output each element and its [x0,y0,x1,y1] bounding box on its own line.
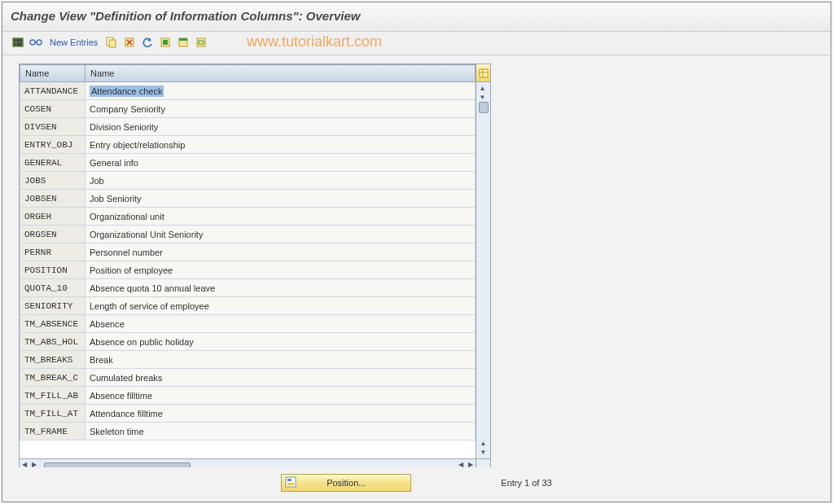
row-code[interactable]: COSEN [20,100,85,118]
scroll-down-icon[interactable]: ▼ [479,93,489,102]
column-header-name-desc[interactable]: Name [85,65,476,82]
content-area: Name Name ATTANDANCEAttendance checkCOSE… [2,55,831,467]
row-desc[interactable]: Skeleton time [85,423,476,440]
row-code[interactable]: DIVSEN [20,118,85,136]
row-desc[interactable]: Length of service of employee [85,297,476,315]
row-code[interactable]: ORGEH [20,208,85,226]
table-row[interactable]: TM_FILL_ATAttendance filltime [20,405,476,423]
row-desc[interactable]: Absence quota 10 annual leave [85,279,476,297]
app-window: Change View "Definition of Information C… [2,2,831,502]
svg-rect-21 [287,483,294,485]
svg-rect-16 [480,69,488,77]
table-row[interactable]: TM_BREAK_CCumulated breaks [20,369,476,387]
row-desc[interactable]: Company Seniority [85,100,476,118]
table-row[interactable]: TM_BREAKSBreak [20,351,476,369]
row-desc[interactable]: Break [85,351,476,369]
row-desc[interactable]: Absence on public holiday [85,333,476,351]
row-code[interactable]: PERNR [20,243,85,261]
horizontal-scrollbar[interactable]: ◀ ▶ ◀ ▶ [19,459,491,467]
row-code[interactable]: ATTANDANCE [20,82,85,100]
row-code[interactable]: SENIORITY [20,297,85,315]
row-code[interactable]: TM_ABSENCE [20,315,85,333]
table-row[interactable]: TM_ABS_HOLAbsence on public holiday [20,333,476,351]
row-desc[interactable]: Position of employee [85,261,476,279]
select-block-icon[interactable] [176,35,191,50]
table-row[interactable]: DIVSENDivision Seniority [20,118,476,136]
watermark: www.tutorialkart.com [247,33,382,50]
scrollbar-corner [476,459,490,467]
entry-counter: Entry 1 of 33 [501,478,551,488]
row-code[interactable]: TM_FILL_AB [20,387,85,405]
configure-columns-icon[interactable] [476,64,490,82]
row-desc[interactable]: Absence filltime [85,387,476,405]
row-code[interactable]: TM_BREAK_C [20,369,85,387]
row-desc[interactable]: Attendance check [85,82,476,100]
row-code[interactable]: POSITION [20,261,85,279]
row-code[interactable]: ORGSEN [20,226,85,243]
scroll-left-icon[interactable]: ◀ [20,459,29,467]
table-row[interactable]: JOBSJob [20,172,476,190]
table-row[interactable]: GENERALGeneral info [20,154,476,172]
table: Name Name ATTANDANCEAttendance checkCOSE… [20,64,476,458]
table-row[interactable]: PERNRPersonnel number [20,243,476,261]
row-desc[interactable]: Division Seniority [85,118,476,136]
table-row[interactable]: TM_ABSENCEAbsence [20,315,476,333]
table-row[interactable]: TM_FILL_ABAbsence filltime [20,387,476,405]
vertical-scrollbar[interactable]: ▲ ▼ ▲ ▼ [476,64,490,458]
row-code[interactable]: TM_FRAME [20,423,85,440]
copy-icon[interactable] [104,35,119,50]
row-desc[interactable]: Organizational unit [85,208,476,226]
new-entries-button[interactable]: New Entries [46,35,101,50]
glasses-icon[interactable] [28,35,43,50]
row-desc[interactable]: Personnel number [85,243,476,261]
scroll-up-icon[interactable]: ▲ [479,84,489,93]
select-all-icon[interactable] [158,35,173,50]
deselect-all-icon[interactable] [194,35,208,50]
table-row[interactable]: SENIORITYLength of service of employee [20,297,476,315]
scroll-right-icon[interactable]: ▶ [29,459,39,467]
row-code[interactable]: TM_FILL_AT [20,405,85,423]
table-row[interactable]: POSITIONPosition of employee [20,261,476,279]
row-code[interactable]: TM_ABS_HOL [20,333,85,351]
scroll-right-end-icon[interactable]: ▶ [466,459,476,467]
position-button[interactable]: Position... [281,474,411,492]
table-row[interactable]: TM_FRAMESkeleton time [20,423,476,440]
row-code[interactable]: JOBS [20,172,85,190]
title-bar: Change View "Definition of Information C… [2,2,831,32]
row-desc[interactable]: General info [85,154,476,172]
row-code[interactable]: TM_BREAKS [20,351,85,369]
row-desc[interactable]: Attendance filltime [85,405,476,423]
row-desc[interactable]: Job [85,172,476,190]
svg-rect-19 [286,477,296,487]
position-button-label: Position... [327,478,366,488]
grid-wrapper: Name Name ATTANDANCEAttendance checkCOSE… [19,64,491,467]
table-row[interactable]: QUOTA_10Absence quota 10 annual leave [20,279,476,297]
delete-icon[interactable] [122,35,137,50]
row-desc[interactable]: Cumulated breaks [85,369,476,387]
svg-point-4 [37,40,42,45]
undo-icon[interactable] [140,35,155,50]
scroll-thumb-v[interactable] [479,102,489,113]
column-header-name-code[interactable]: Name [20,65,85,82]
table-row[interactable]: JOBSENJob Seniority [20,190,476,208]
row-desc[interactable]: Job Seniority [85,190,476,208]
row-desc[interactable]: Organizational Unit Seniority [85,226,476,243]
scroll-down-bottom-icon[interactable]: ▼ [480,448,488,457]
table-row[interactable]: ATTANDANCEAttendance check [20,82,476,100]
row-code[interactable]: ENTRY_OBJ [20,136,85,154]
row-code[interactable]: JOBSEN [20,190,85,208]
scroll-left-end-icon[interactable]: ◀ [456,459,466,467]
row-code[interactable]: GENERAL [20,154,85,172]
svg-point-3 [30,40,35,45]
table-row[interactable]: ENTRY_OBJEntry object/relationship [20,136,476,154]
other-view-icon[interactable] [11,35,25,50]
table-row[interactable]: ORGSENOrganizational Unit Seniority [20,226,476,243]
position-icon [285,476,296,489]
table-row[interactable]: COSENCompany Seniority [20,100,476,118]
row-code[interactable]: QUOTA_10 [20,279,85,297]
scroll-up-bottom-icon[interactable]: ▲ [480,439,488,448]
table-row[interactable]: ORGEHOrganizational unit [20,208,476,226]
svg-rect-20 [287,479,292,481]
row-desc[interactable]: Entry object/relationship [85,136,476,154]
row-desc[interactable]: Absence [85,315,476,333]
